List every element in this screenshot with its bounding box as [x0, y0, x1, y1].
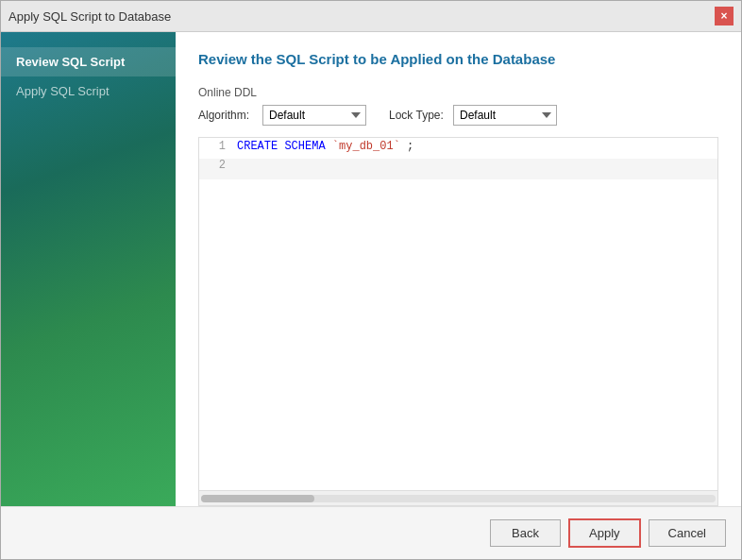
algorithm-label: Algorithm:	[198, 109, 255, 122]
code-area: 1 CREATE SCHEMA `my_db_01` ; 2	[198, 137, 718, 491]
sidebar-item-review-sql[interactable]: Review SQL Script	[1, 47, 176, 76]
close-button[interactable]: ×	[715, 7, 734, 25]
apply-button[interactable]: Apply	[568, 518, 641, 548]
online-ddl-section: Online DDL Algorithm: Default Inplace Co…	[198, 86, 718, 126]
lock-type-select[interactable]: Default None Shared Exclusive	[453, 105, 557, 126]
line-number-2: 2	[199, 159, 237, 172]
scrollbar-track	[201, 495, 716, 502]
online-ddl-label: Online DDL	[198, 86, 718, 99]
sidebar: Review SQL Script Apply SQL Script	[1, 32, 176, 506]
code-line-1: 1 CREATE SCHEMA `my_db_01` ;	[199, 138, 717, 159]
title-bar: Apply SQL Script to Database ×	[1, 1, 741, 32]
line-number-1: 1	[199, 140, 237, 153]
sidebar-item-apply-sql[interactable]: Apply SQL Script	[1, 76, 176, 106]
scrollbar-thumb[interactable]	[201, 495, 314, 502]
lock-type-label: Lock Type:	[389, 109, 446, 122]
code-content-1: CREATE SCHEMA `my_db_01` ;	[237, 138, 413, 155]
ddl-controls: Algorithm: Default Inplace Copy Lock Typ…	[198, 105, 718, 126]
horizontal-scrollbar[interactable]	[198, 491, 718, 506]
algorithm-select[interactable]: Default Inplace Copy	[262, 105, 366, 126]
dialog-body: Review SQL Script Apply SQL Script Revie…	[1, 32, 741, 506]
dialog-title: Apply SQL Script to Database	[8, 9, 171, 24]
main-content: Review the SQL Script to be Applied on t…	[176, 32, 741, 506]
page-title: Review the SQL Script to be Applied on t…	[198, 51, 718, 67]
cancel-button[interactable]: Cancel	[649, 519, 726, 547]
footer: Back Apply Cancel	[1, 506, 741, 559]
dialog: Apply SQL Script to Database × Review SQ…	[0, 0, 742, 560]
back-button[interactable]: Back	[490, 519, 561, 547]
code-line-2: 2	[199, 159, 717, 179]
